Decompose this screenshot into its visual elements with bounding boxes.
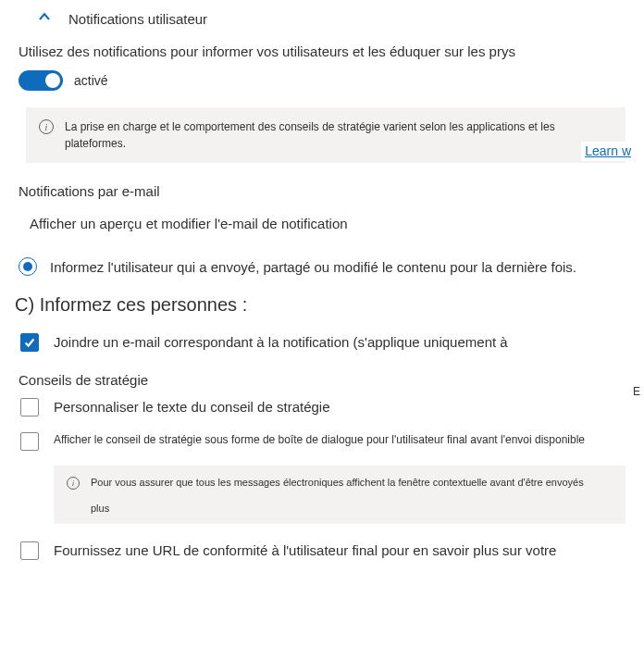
checkbox-customize-tip-text[interactable] [20, 398, 39, 417]
checkbox-attach-email[interactable] [20, 333, 39, 352]
info-banner-dialog: i Pour vous assurer que tous les message… [54, 466, 625, 524]
checkbox-compliance-url-label: Fournissez une URL de conformité à l'uti… [54, 541, 556, 560]
checkbox-customize-tip-text-label: Personnaliser le texte du conseil de str… [54, 397, 330, 417]
option-c-heading: C) Informez ces personnes : [0, 281, 644, 325]
info-banner-text: La prise en charge et le comportement de… [65, 118, 613, 152]
info-icon: i [67, 477, 80, 490]
info-banner-dialog-text: Pour vous assurer que tous les messages … [91, 477, 584, 488]
checkbox-show-dialog-label: Afficher le conseil de stratégie sous fo… [54, 431, 585, 448]
info-banner-more-link[interactable]: plus [91, 503, 109, 514]
preview-edit-email-link[interactable]: Afficher un aperçu et modifier l'e-mail … [0, 205, 644, 246]
email-notifications-heading: Notifications par e-mail [0, 168, 644, 205]
info-banner-platforms: i La prise en charge et le comportement … [26, 107, 625, 163]
notifications-toggle[interactable] [19, 70, 63, 91]
chevron-up-icon[interactable] [37, 9, 52, 27]
info-icon: i [39, 119, 54, 134]
section-description: Utilisez des notifications pour informer… [0, 36, 644, 70]
truncated-text-right: E [633, 385, 640, 398]
section-title: Notifications utilisateur [68, 11, 207, 27]
toggle-state-label: activé [74, 73, 108, 88]
checkbox-compliance-url[interactable] [20, 541, 39, 560]
checkbox-attach-email-label: Joindre un e-mail correspondant à la not… [54, 332, 508, 352]
radio-notify-sender-label: Informez l'utilisateur qui a envoyé, par… [50, 259, 576, 275]
policy-tips-heading: Conseils de stratégie [0, 359, 644, 390]
learn-more-link[interactable]: Learn w [581, 142, 631, 161]
checkbox-show-dialog[interactable] [20, 432, 39, 451]
radio-notify-sender[interactable] [19, 257, 37, 276]
